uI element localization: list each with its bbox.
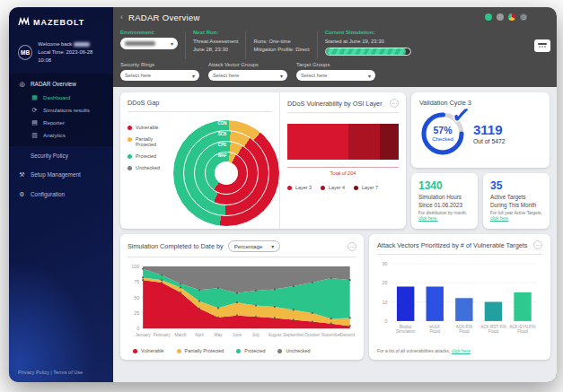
simulation-completed-card: Simulation Completed to Date by Percenta… [120,234,364,360]
user-name-redacted [74,42,90,47]
ddos-gap-legend: Vulnerable Partially Protected Protected… [128,118,169,227]
card-menu-icon[interactable]: ⋯ [533,240,542,249]
sidebar-item-radar-overview[interactable]: ◎ RADAR Overview [9,77,113,91]
chevron-down-icon: ▾ [368,73,371,79]
svg-text:ACK-RST-FIN: ACK-RST-FIN [480,325,506,329]
card-menu-icon[interactable]: ⋯ [390,99,399,108]
sidebar-nav: ◎ RADAR Overview ▦ Dashboard ⟳ Simulatio… [9,74,113,205]
svg-text:Brobot: Brobot [400,325,412,329]
ring-label-scb: SCB [172,132,272,136]
sidebar-collapse-icon[interactable]: ‹ [120,13,123,22]
legend-dot [128,166,132,170]
footnote: For full year Active Targets, [490,211,542,215]
filter-label: Attack Vector Groups [208,62,287,67]
validation-total: Out of 5472 [473,138,506,144]
svg-text:Flood: Flood [430,329,441,334]
area-chart-legend: Vulnerable Partially Protected Protected… [128,348,356,353]
svg-text:50: 50 [134,295,139,301]
select-placeholder: Select here [213,73,239,78]
sidebar-item-label: Analytics [43,132,66,138]
next-run-date: June 28, 23:30 [193,46,238,54]
card-menu-icon[interactable]: ⋯ [347,242,356,251]
sidebar-item-label: Setup Management [31,171,81,178]
svg-text:ACK-FIN: ACK-FIN [456,325,472,329]
svg-text:July: July [252,333,260,337]
environment-group: Environment: ▾ [120,30,178,49]
ddos-gap-osi-card: DDoS Gap Vulnerable Partially Protected … [120,92,406,229]
avatar[interactable]: MB [18,45,32,60]
sidebar-item-configuration[interactable]: ⚙ Configuration [9,185,113,205]
current-simulation-started: Started at June 19, 23:30 [325,38,411,46]
filter-security-rings: Security Rings Select here ▾ [120,62,199,87]
svg-text:Flood: Flood [488,329,499,334]
svg-text:20: 20 [383,280,388,285]
legend-label: Unchecked [136,165,160,170]
screen-icon[interactable] [497,13,504,21]
legal-links[interactable]: Privacy Policy | Terms of Use [9,362,113,382]
sidebar-item-analytics[interactable]: ▥ Analytics [9,129,113,142]
osi-stacked-bar-chart[interactable] [287,124,399,160]
sidebar-item-label: Dashboard [43,94,70,100]
attack-vectors-bar-chart[interactable]: 0102030BrobotSimulationHULKFloodACK-FINF… [377,260,542,347]
chevron-down-icon: ▾ [171,40,173,47]
svg-text:10: 10 [383,300,388,305]
validation-count: 3119 [473,123,506,136]
topbar: ‹ RADAR Overview ◷ [113,7,557,27]
filter-bar: Security Rings Select here ▾ Attack Vect… [113,61,557,87]
date-picker-button[interactable] [534,39,550,52]
legend-label: Partially Protected [136,136,169,147]
chevron-down-icon: ▾ [271,243,274,249]
ddos-gap-title: DDoS Gap [128,99,272,107]
percentage-select[interactable]: Percentage ▾ [228,240,281,252]
dashboard-content: DDoS Gap Vulnerable Partially Protected … [113,87,557,382]
sidebar: MAZEBOLT MB Welcome back Local Time: 202… [9,7,113,382]
legend-label: Vulnerable [136,125,159,130]
svg-text:April: April [195,333,203,337]
attack-click-here-link[interactable]: click here [452,348,471,353]
simulation-hours-value: 1340 [418,179,471,192]
sidebar-item-dashboard[interactable]: ▦ Dashboard [9,91,113,104]
sidebar-item-setup-management[interactable]: ⚒ Setup Management [9,165,113,185]
sidebar-item-simulations-results[interactable]: ⟳ Simulations results [9,104,113,117]
simulation-area-chart[interactable]: 0255075100JanuaryFebruaryMarchAprilMayJu… [128,263,355,346]
sidebar-item-reporter[interactable]: ▤ Reporter [9,117,113,129]
select-placeholder: Select here [125,73,151,78]
local-time: Local Time: 2023-06-28 10:08 [38,48,104,65]
radar-icon: ◎ [18,81,26,88]
legend-dot [354,186,358,190]
legend-dot [128,137,132,142]
validation-cycle-card: Validation Cycle 3 57% Checked ✓ [411,92,550,168]
status-dot-icon[interactable] [485,13,492,21]
osi-layer-section: DDoS Vulnerability by OSI Layer ⋯ Total … [280,92,406,229]
apps-icon[interactable] [508,13,515,21]
simulation-progress-fill [326,48,406,55]
welcome-text: Welcome back [38,41,72,47]
ddos-gap-sunburst-chart[interactable]: CDN SCB CPE WAF [172,119,272,227]
legend-dot [321,186,325,190]
attack-vector-groups-select[interactable]: Select here ▾ [208,70,287,81]
svg-text:0: 0 [385,318,388,324]
environment-select[interactable]: ▾ [120,38,178,49]
legend-dot [128,154,132,159]
simulation-hours-label: Simulation Hours Since 01.06.2023 [418,194,471,209]
legend-dot [128,126,132,130]
target-groups-select[interactable]: Select here ▾ [296,70,375,81]
sidebar-item-security-policy[interactable]: Security Policy [9,146,113,165]
ring-label-waf: WAF [172,153,272,158]
bar-4 [514,292,531,321]
legend-label: Layer 3 [295,185,312,190]
svg-text:January: January [136,333,151,337]
svg-text:September: September [283,333,304,337]
targets-click-here-link[interactable]: click here [490,216,508,221]
active-targets-label: Active Targets During This Month [490,194,542,209]
hours-click-here-link[interactable]: click here. [418,216,438,221]
next-run-group: Next Run: Threat Assessment June 28, 23:… [193,30,238,54]
next-run-mitigation: Mitigation Profile: Direct [253,46,309,54]
app-window: MAZEBOLT MB Welcome back Local Time: 202… [9,7,557,382]
ring-label-cdn: CDN [172,121,272,126]
security-rings-select[interactable]: Select here ▾ [120,70,199,81]
legend-label: Layer 7 [362,185,378,190]
run-details-group: Runs: One-time Mitigation Profile: Direc… [253,30,309,54]
clock-icon[interactable]: ◷ [520,13,527,21]
legend-dot [177,349,181,353]
